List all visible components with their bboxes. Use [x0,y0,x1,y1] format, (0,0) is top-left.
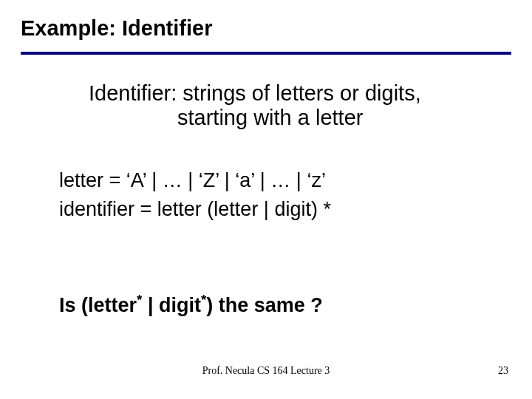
definition-line1: Identifier: strings of letters or digits… [89,81,421,105]
question-prefix: Is (letter [59,294,137,316]
grammar-letter-rule: letter = ‘A’ | … | ‘Z’ | ‘a’ | … | ‘z’ [59,166,331,195]
question-text: Is (letter* | digit*) the same ? [59,294,323,317]
grammar-block: letter = ‘A’ | … | ‘Z’ | ‘a’ | … | ‘z’ i… [59,166,331,224]
definition-block: Identifier: strings of letters or digits… [89,81,502,130]
grammar-identifier-rule: identifier = letter (letter | digit) * [59,195,331,224]
slide: Example: Identifier Identifier: strings … [0,0,532,399]
footer-text: Prof. Necula CS 164 Lecture 3 [0,365,532,377]
slide-title: Example: Identifier [21,16,212,41]
page-number: 23 [498,365,508,377]
question-suffix: ) the same ? [206,294,323,316]
title-underline [21,52,511,55]
definition-line2: starting with a letter [89,106,502,130]
question-mid: | digit [142,294,201,316]
